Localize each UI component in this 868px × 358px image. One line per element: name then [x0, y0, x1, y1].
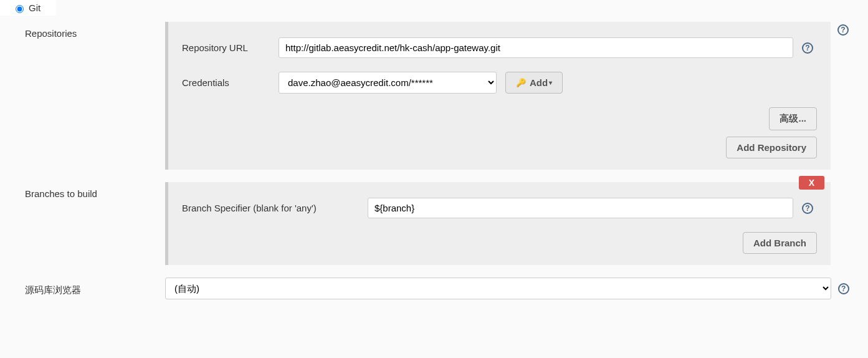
repo-browser-section: 源码库浏览器 (自动) ?: [25, 278, 856, 299]
key-icon: 🔑: [516, 78, 526, 87]
chevron-down-icon: ▾: [549, 79, 552, 86]
delete-branch-button[interactable]: X: [799, 176, 824, 190]
repo-browser-select[interactable]: (自动): [165, 278, 831, 299]
add-branch-button[interactable]: Add Branch: [743, 232, 817, 254]
scm-git-label: Git: [29, 2, 41, 13]
branch-specifier-label: Branch Specifier (blank for 'any'): [182, 203, 368, 213]
help-icon[interactable]: ?: [802, 42, 813, 54]
branches-section: Branches to build X Branch Specifier (bl…: [25, 182, 856, 265]
scm-git-option[interactable]: Git: [0, 0, 56, 16]
credentials-select[interactable]: dave.zhao@aeasycredit.com/******: [279, 72, 497, 94]
add-credential-label: Add: [530, 77, 548, 88]
repo-url-label: Repository URL: [182, 42, 279, 53]
help-icon[interactable]: ?: [802, 203, 813, 214]
repo-url-input[interactable]: [279, 37, 793, 58]
advanced-button[interactable]: 高级...: [769, 107, 817, 130]
repositories-panel: Repository URL ? Credentials dave.zhao@a…: [165, 22, 831, 170]
add-repository-button[interactable]: Add Repository: [726, 137, 817, 158]
credentials-label: Credentials: [182, 77, 279, 88]
add-credential-button[interactable]: 🔑 Add ▾: [505, 72, 563, 94]
repo-browser-label: 源码库浏览器: [25, 281, 165, 296]
repositories-label: Repositories: [25, 22, 165, 39]
scm-git-radio[interactable]: [16, 5, 24, 13]
branch-specifier-input[interactable]: [368, 198, 793, 218]
branches-panel: X Branch Specifier (blank for 'any') ? A…: [165, 182, 831, 265]
repositories-section: Repositories Repository URL ? Credential…: [25, 22, 856, 170]
help-icon[interactable]: ?: [838, 283, 849, 294]
branches-label: Branches to build: [25, 182, 165, 199]
help-icon[interactable]: ?: [837, 24, 849, 36]
